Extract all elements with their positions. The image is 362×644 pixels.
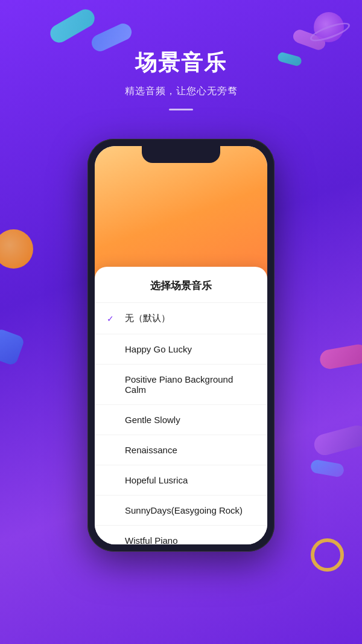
page-subtitle: 精选音频，让您心无旁骛	[0, 85, 362, 98]
music-list-item[interactable]: ✓无（默认）	[95, 303, 267, 334]
music-item-label: Wistful Piano	[125, 535, 178, 544]
music-item-label: Renaissance	[125, 445, 177, 455]
phone-outer: 选择场景音乐 ✓无（默认）Happy Go LuckyPositive Pian…	[87, 139, 275, 552]
modal-title: 选择场景音乐	[95, 267, 267, 303]
music-list-item[interactable]: Happy Go Lucky	[95, 334, 267, 365]
music-item-label: 无（默认）	[125, 313, 170, 324]
music-selection-modal: 选择场景音乐 ✓无（默认）Happy Go LuckyPositive Pian…	[95, 267, 267, 544]
phone-mockup: 选择场景音乐 ✓无（默认）Happy Go LuckyPositive Pian…	[87, 139, 275, 552]
music-item-label: Positive Piano Background Calm	[125, 374, 255, 395]
header-divider	[169, 109, 193, 110]
music-item-label: Hopeful Lusrica	[125, 475, 188, 485]
deco-gold-circle	[311, 538, 344, 572]
music-item-label: SunnyDays(Easygoing Rock)	[125, 505, 243, 515]
phone-notch	[142, 146, 220, 163]
check-icon: ✓	[107, 314, 119, 324]
music-list-item[interactable]: Gentle Slowly	[95, 405, 267, 435]
music-item-label: Gentle Slowly	[125, 415, 180, 425]
music-list-item[interactable]: Renaissance	[95, 435, 267, 465]
phone-screen: 选择场景音乐 ✓无（默认）Happy Go LuckyPositive Pian…	[95, 146, 267, 544]
deco-pink-right	[319, 343, 362, 370]
music-list-item[interactable]: Wistful Piano	[95, 526, 267, 544]
deco-orange-circle	[0, 229, 33, 269]
deco-blue-diamond	[0, 328, 25, 366]
music-list-item[interactable]: SunnyDays(Easygoing Rock)	[95, 496, 267, 526]
music-item-label: Happy Go Lucky	[125, 344, 192, 354]
music-list-item[interactable]: Positive Piano Background Calm	[95, 365, 267, 405]
deco-teal-bottom-right	[310, 459, 345, 477]
page-header: 场景音乐 精选音频，让您心无旁骛	[0, 0, 362, 110]
deco-purple-right	[312, 423, 362, 457]
music-list: ✓无（默认）Happy Go LuckyPositive Piano Backg…	[95, 303, 267, 544]
music-list-item[interactable]: Hopeful Lusrica	[95, 465, 267, 496]
page-title: 场景音乐	[0, 48, 362, 78]
